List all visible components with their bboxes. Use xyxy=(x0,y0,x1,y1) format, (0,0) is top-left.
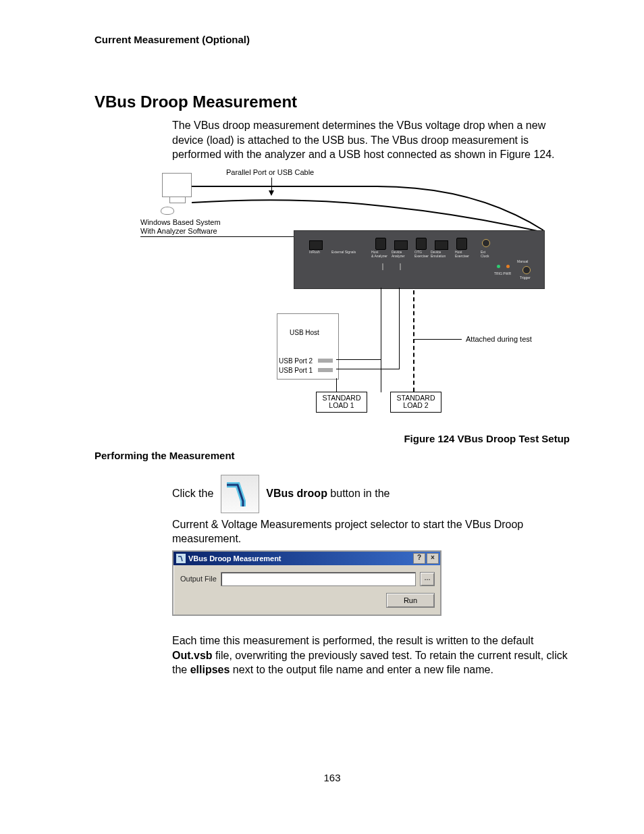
dialog-title: VBus Droop Measurement xyxy=(188,554,281,563)
ellipses-button[interactable]: ... xyxy=(420,572,435,586)
figure-124-diagram: Parallel Port or USB Cable Windows Based… xyxy=(122,166,567,426)
dialog-close-button[interactable]: × xyxy=(427,553,439,564)
conn-line-1 xyxy=(381,288,381,392)
figure-caption: Figure 124 VBus Droop Test Setup xyxy=(95,433,570,444)
dialog-titlebar: VBus Droop Measurement ? × xyxy=(173,552,440,565)
page-number: 163 xyxy=(95,772,570,783)
output-file-input[interactable] xyxy=(221,572,416,586)
dashed-line xyxy=(413,290,414,392)
performing-subhead: Performing the Measurement xyxy=(95,450,570,461)
dialog-help-button[interactable]: ? xyxy=(413,553,425,564)
vbus-droop-dialog: VBus Droop Measurement ? × Output File .… xyxy=(172,550,441,616)
outvsb-paragraph: Each time this measurement is performed,… xyxy=(172,633,570,677)
vbus-droop-bold: VBus droop xyxy=(266,488,327,499)
conn-line-2 xyxy=(399,288,400,369)
dialog-app-icon xyxy=(176,554,186,563)
standard-load-2: STANDARDLOAD 2 xyxy=(390,392,441,413)
host-conn-2 xyxy=(336,369,400,369)
vbus-droop-button-icon[interactable] xyxy=(221,475,259,513)
attach-line xyxy=(414,339,462,340)
line xyxy=(140,236,296,237)
section-title: VBus Droop Measurement xyxy=(95,93,570,111)
usb-host-box: USB Host USB Port 2 USB Port 1 xyxy=(277,313,339,380)
run-button[interactable]: Run xyxy=(386,593,435,608)
windows-label-2: With Analyzer Software xyxy=(140,227,217,236)
output-file-label: Output File xyxy=(180,575,217,583)
host-conn-1 xyxy=(336,359,381,360)
standard-load-1: STANDARDLOAD 1 xyxy=(316,392,367,413)
windows-label-1: Windows Based System xyxy=(140,218,221,227)
intro-paragraph: The VBus droop measurement determines th… xyxy=(172,118,570,162)
load1-drop xyxy=(336,378,337,393)
click-paragraph: Click the VBus droop button in the xyxy=(172,475,570,513)
page-header: Current Measurement (Optional) xyxy=(95,34,570,45)
attached-label: Attached during test xyxy=(466,335,532,344)
click-paragraph-2: Current & Voltage Measurements project s… xyxy=(172,517,570,546)
analyzer-device: InRush External Signals Host & Analyzer … xyxy=(294,230,545,289)
